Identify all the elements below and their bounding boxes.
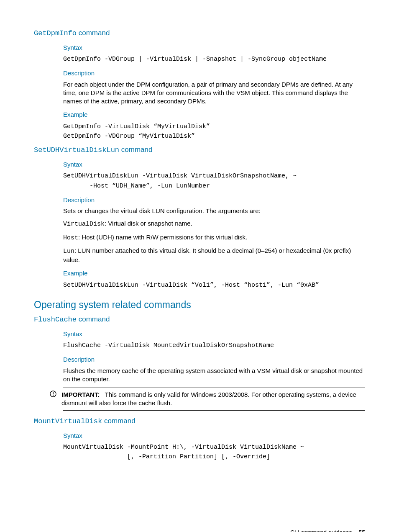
description-label: Description — [63, 355, 365, 364]
syntax-code: GetDpmInfo -VDGroup | -VirtualDisk | -Sn… — [63, 54, 365, 64]
arg-code: VirtualDisk — [63, 221, 105, 228]
important-label: IMPORTANT: — [61, 391, 100, 398]
description-text: Flushes the memory cache of the operatin… — [63, 367, 365, 384]
syntax-label: Syntax — [63, 330, 365, 338]
arg-code: Lun — [63, 248, 74, 255]
setudhvirtualdisklun-heading: SetUDHVirtualDiskLun command — [34, 145, 365, 155]
arg-text: : Host (UDH) name with R/W permissions f… — [78, 234, 247, 241]
description-label: Description — [63, 196, 365, 204]
svg-rect-1 — [53, 392, 54, 395]
important-icon — [50, 391, 61, 399]
syntax-label: Syntax — [63, 44, 365, 52]
cmd-suffix: command — [77, 315, 110, 323]
example-code: SetUDHVirtualDiskLun -VirtualDisk “Vol1”… — [63, 280, 365, 290]
cmd-name: SetUDHVirtualDiskLun — [34, 146, 119, 154]
cmd-suffix: command — [77, 29, 110, 37]
example-code: GetDpmInfo -VirtualDisk “MyVirtualDisk” … — [63, 122, 365, 141]
page-footer: CLI command guidance 55 — [34, 529, 365, 532]
cmd-name: FlushCache — [34, 316, 77, 324]
footer-text: CLI command guidance — [290, 529, 352, 532]
description-label: Description — [63, 69, 365, 77]
cmd-name: MountVirtualDisk — [34, 417, 102, 425]
syntax-code: FlushCache -VirtualDisk MountedVirtualDi… — [63, 341, 365, 350]
svg-rect-2 — [53, 395, 54, 396]
cmd-name: GetDpmInfo — [34, 29, 77, 37]
syntax-code: MountVirtualDisk -MountPoint H:\, -Virtu… — [63, 442, 365, 462]
example-label: Example — [63, 269, 365, 278]
important-note: IMPORTANT: This command is only valid fo… — [63, 388, 365, 411]
arg-text: : Virtual disk or snapshot name. — [105, 220, 192, 227]
syntax-code: SetUDHVirtualDiskLun -VirtualDisk Virtua… — [63, 171, 365, 191]
arg-lun: Lun: LUN number attached to this virtual… — [63, 247, 365, 265]
cmd-suffix: command — [102, 417, 135, 425]
arg-code: Host — [63, 234, 78, 242]
description-text: For each object under the DPM configurat… — [63, 80, 365, 106]
getdpminfo-heading: GetDpmInfo command — [34, 28, 365, 39]
flushcache-heading: FlushCache command — [34, 315, 365, 325]
important-body: IMPORTANT: This command is only valid fo… — [61, 391, 365, 408]
arg-host: Host: Host (UDH) name with R/W permissio… — [63, 233, 365, 242]
syntax-label: Syntax — [63, 432, 365, 440]
important-text: This command is only valid for Windows 2… — [61, 391, 356, 406]
description-intro: Sets or changes the virtual disk LUN con… — [63, 207, 365, 215]
cmd-suffix: command — [119, 146, 152, 154]
arg-virtualdisk: VirtualDisk: Virtual disk or snapshot na… — [63, 219, 365, 229]
syntax-label: Syntax — [63, 160, 365, 169]
arg-text: : LUN number attached to this virtual di… — [63, 247, 351, 263]
mountvirtualdisk-heading: MountVirtualDisk command — [34, 416, 365, 427]
page-number: 55 — [358, 529, 365, 532]
example-label: Example — [63, 111, 365, 119]
os-commands-heading: Operating system related commands — [34, 298, 365, 311]
